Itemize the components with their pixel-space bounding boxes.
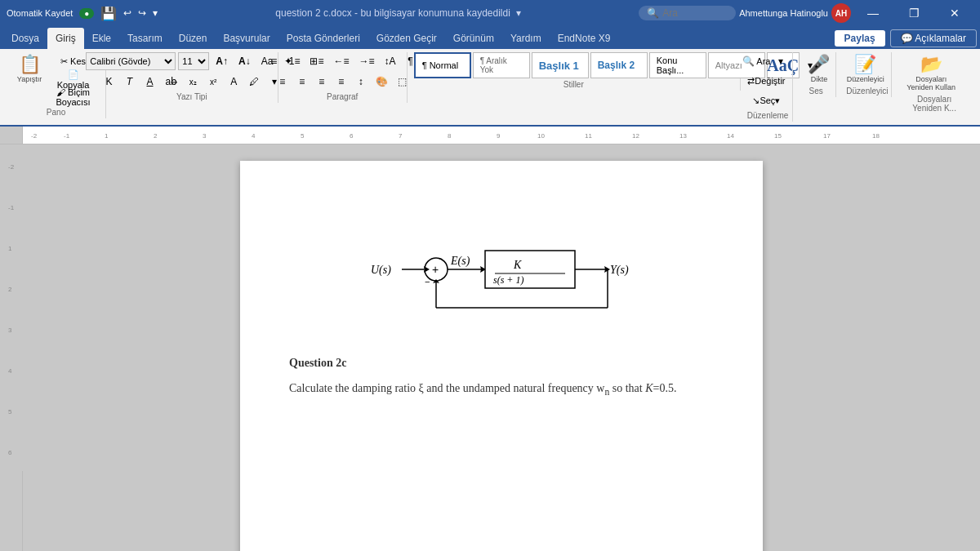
degistir-icon: ⇄ xyxy=(747,76,755,87)
bold-button[interactable]: K xyxy=(100,73,118,91)
ara-label: Ara xyxy=(756,56,770,66)
tab-giris[interactable]: Giriş xyxy=(47,28,84,49)
font-name-select[interactable]: Calibri (Gövde) xyxy=(86,52,176,70)
increase-indent-button[interactable]: →≡ xyxy=(355,52,379,70)
tab-basvurular[interactable]: Başvurular xyxy=(215,28,278,49)
duzenleyici-group: 📝 Düzenleyici Düzenleyici xyxy=(840,52,892,97)
user-avatar: AH xyxy=(831,3,851,23)
style-aralik-yok[interactable]: ¶ Aralık Yok xyxy=(473,52,530,78)
search-input[interactable] xyxy=(662,7,728,19)
duzenleyici-button[interactable]: 📝 Düzenleyici xyxy=(846,52,884,85)
numbering-button[interactable]: 1≡ xyxy=(285,52,305,70)
paste-button[interactable]: 📋 Yapıştır xyxy=(13,52,46,106)
share-button[interactable]: Paylaş xyxy=(835,30,885,47)
svg-text:2: 2 xyxy=(154,132,158,140)
svg-text:-1: -1 xyxy=(64,132,70,140)
svg-text:4: 4 xyxy=(8,367,12,375)
redo-icon[interactable]: ↪ xyxy=(138,7,146,19)
dosyalar-label: Dosyaları Yeniden K... xyxy=(902,93,967,114)
dikte-button[interactable]: 🎤 Dikte xyxy=(803,52,835,85)
u-label: U(s) xyxy=(371,264,391,277)
tab-duzen[interactable]: Düzen xyxy=(171,28,216,49)
font-label: Yazı Tipi xyxy=(113,91,271,103)
search-icon-small: 🔍 xyxy=(742,56,755,67)
multilevel-button[interactable]: ⊞≡ xyxy=(305,52,327,70)
vertical-ruler: -2 -1 1 2 3 4 5 6 xyxy=(0,144,23,551)
font-color-button[interactable]: A xyxy=(225,73,243,91)
tab-ekle[interactable]: Ekle xyxy=(84,28,119,49)
dosyalar-button[interactable]: 📂 Dosyaları Yeniden Kullan xyxy=(902,52,960,93)
sec-icon: ↘ xyxy=(752,96,760,106)
italic-button[interactable]: T xyxy=(121,73,139,91)
k-label: K xyxy=(513,259,522,271)
subscript-button[interactable]: x₂ xyxy=(184,73,202,91)
svg-text:3: 3 xyxy=(203,132,207,140)
style-normal[interactable]: ¶ Normal xyxy=(414,52,471,78)
tab-endnote[interactable]: EndNote X9 xyxy=(550,28,619,49)
title-left: Otomatik Kaydet ● 💾 ↩ ↪ ▾ xyxy=(7,6,158,21)
format-painter-button[interactable]: 🖌 Biçim Boyacısı xyxy=(47,88,99,106)
document-title: question 2 c.docx - bu bilgisayar konumu… xyxy=(275,7,521,19)
document-area[interactable]: U(s) + E(s) xyxy=(23,144,980,551)
tab-posta[interactable]: Posta Gönderleri xyxy=(278,28,368,49)
svg-text:6: 6 xyxy=(8,449,12,456)
autosave-toggle[interactable]: ● xyxy=(79,8,94,19)
user-name: Ahmettunga Hatinoglu xyxy=(739,8,828,18)
files-icon: 📂 xyxy=(920,54,942,75)
quick-access-more[interactable]: ▾ xyxy=(153,7,158,19)
font-group: Calibri (Gövde) 11 A↑ A↓ Aa ✦ K T A ab̶ … xyxy=(106,52,278,103)
comments-button[interactable]: 💬 Açıklamalar xyxy=(890,29,977,47)
highlight-button[interactable]: 🖊 xyxy=(245,73,263,91)
tab-dosya[interactable]: Dosya xyxy=(3,28,47,49)
shrink-font-button[interactable]: A↓ xyxy=(234,52,255,70)
font-size-select[interactable]: 11 xyxy=(178,52,209,70)
ara-dropdown[interactable]: ▾ xyxy=(772,52,790,70)
svg-text:6: 6 xyxy=(350,132,354,140)
style-konu[interactable]: Konu Başlı... xyxy=(649,52,706,78)
svg-text:5: 5 xyxy=(8,408,12,415)
duzenleyici-label: Düzenleyici xyxy=(846,85,884,97)
document-page: U(s) + E(s) xyxy=(240,161,763,551)
underline-button[interactable]: A xyxy=(141,73,159,91)
ses-group: 🎤 Dikte Ses xyxy=(796,52,836,97)
line-spacing-button[interactable]: ↕ xyxy=(352,73,370,91)
grow-font-button[interactable]: A↑ xyxy=(212,52,232,70)
svg-rect-0 xyxy=(23,127,980,144)
paragraph-label: Paragraf xyxy=(285,91,400,103)
title-bar: Otomatik Kaydet ● 💾 ↩ ↪ ▾ question 2 c.d… xyxy=(0,0,980,26)
svg-rect-20 xyxy=(0,144,23,471)
align-center-button[interactable]: ≡ xyxy=(293,73,311,91)
paste-icon: 📋 xyxy=(19,54,41,75)
pano-label: Pano xyxy=(13,106,99,118)
shading-button[interactable]: 🎨 xyxy=(372,73,392,91)
strikethrough-button[interactable]: ab̶ xyxy=(162,73,182,91)
sec-button[interactable]: ↘ Seç ▾ xyxy=(748,91,784,109)
justify-button[interactable]: ≡ xyxy=(332,73,350,91)
align-left-button[interactable]: ≡ xyxy=(274,73,292,91)
degistir-button[interactable]: ⇄ Değiştir xyxy=(743,72,789,90)
tab-gozden[interactable]: Gözden Geçir xyxy=(368,28,445,49)
close-button[interactable]: ✕ xyxy=(936,0,973,26)
minimize-button[interactable]: — xyxy=(854,0,892,26)
tab-tasarim[interactable]: Tasarım xyxy=(119,28,171,49)
main-area: -2 -1 1 2 3 4 5 6 U(s) + xyxy=(0,144,980,551)
bullets-button[interactable]: ≡ xyxy=(265,52,283,70)
align-right-button[interactable]: ≡ xyxy=(313,73,331,91)
search-bar[interactable]: 🔍 xyxy=(639,6,736,20)
denom-label: s(s + 1) xyxy=(493,274,523,286)
style-baslik2[interactable]: Başlık 2 xyxy=(590,52,648,78)
decrease-indent-button[interactable]: ←≡ xyxy=(330,52,354,70)
superscript-button[interactable]: x² xyxy=(204,73,222,91)
vertical-ruler-svg: -2 -1 1 2 3 4 5 6 xyxy=(0,144,23,471)
restore-button[interactable]: ❐ xyxy=(895,0,933,26)
svg-text:10: 10 xyxy=(537,132,545,140)
undo-icon[interactable]: ↩ xyxy=(123,7,131,19)
style-baslik1[interactable]: Başlık 1 xyxy=(532,52,589,78)
save-icon[interactable]: 💾 xyxy=(100,6,117,21)
sort-button[interactable]: ↕A xyxy=(381,52,400,70)
tab-yardim[interactable]: Yardım xyxy=(502,28,550,49)
style-konu-label: Konu Başlı... xyxy=(657,56,699,75)
tab-gorunum[interactable]: Görünüm xyxy=(445,28,502,49)
style-normal-label: ¶ Normal xyxy=(422,60,458,70)
copy-button[interactable]: 📄 Kopyala xyxy=(47,70,99,88)
